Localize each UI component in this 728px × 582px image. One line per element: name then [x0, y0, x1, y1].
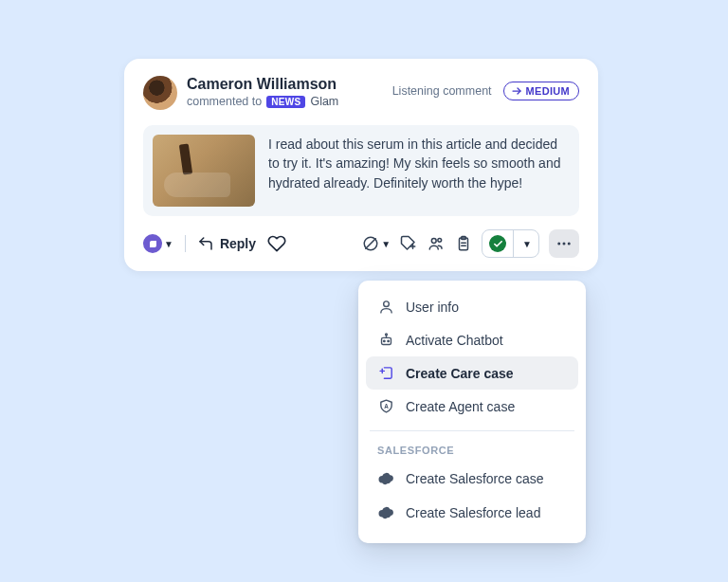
svg-point-12 — [563, 243, 566, 246]
menu-item-create-agent-case[interactable]: A Create Agent case — [366, 390, 578, 423]
check-circle-icon — [489, 235, 506, 252]
salesforce-cloud-icon — [377, 470, 394, 487]
svg-text:A: A — [384, 403, 389, 409]
reply-label: Reply — [220, 236, 256, 251]
author-meta: Cameron Williamson commented to NEWS Gla… — [187, 76, 338, 108]
news-badge: NEWS — [266, 96, 305, 108]
tag-plus-icon — [400, 235, 417, 252]
tag-button[interactable] — [400, 235, 417, 252]
menu-item-label: User info — [406, 300, 459, 315]
menu-divider — [370, 430, 574, 431]
header-left: Cameron Williamson commented to NEWS Gla… — [143, 76, 338, 110]
comment-text: I read about this serum in this article … — [268, 135, 570, 192]
comment-card: Cameron Williamson commented to NEWS Gla… — [124, 59, 598, 271]
action-right: ▼ ▼ — [362, 229, 579, 258]
svg-point-11 — [557, 243, 560, 246]
heart-icon — [267, 234, 286, 253]
priority-pill[interactable]: MEDIUM — [503, 82, 579, 100]
menu-item-label: Create Salesforce case — [406, 471, 544, 486]
menu-item-label: Create Care case — [406, 366, 514, 381]
menu-item-label: Create Salesforce lead — [406, 505, 540, 520]
chevron-down-icon: ▼ — [164, 239, 173, 249]
svg-point-17 — [387, 340, 388, 341]
chevron-down-icon: ▼ — [381, 239, 391, 249]
svg-point-6 — [438, 238, 442, 242]
author-subline: commented to NEWS Glam — [187, 95, 338, 108]
brand-selector[interactable]: ▼ — [143, 234, 173, 253]
source-name[interactable]: Glam — [310, 95, 338, 108]
author-avatar[interactable] — [143, 76, 177, 110]
more-actions-menu: User info Activate Chatbot Create Care c… — [358, 281, 586, 543]
circle-slash-icon — [362, 235, 379, 252]
dots-horizontal-icon — [555, 235, 573, 252]
svg-point-13 — [568, 243, 571, 246]
commented-to-label: commented to — [187, 95, 262, 108]
menu-item-sf-case[interactable]: Create Salesforce case — [366, 462, 578, 496]
more-actions-button[interactable] — [549, 229, 579, 258]
brand-icon — [143, 234, 162, 253]
salesforce-cloud-icon — [377, 504, 394, 521]
priority-label: MEDIUM — [526, 85, 570, 97]
header-right: Listening comment MEDIUM — [392, 76, 579, 100]
comment-body: I read about this serum in this article … — [143, 125, 579, 216]
clipboard-button[interactable] — [455, 235, 472, 252]
action-row: ▼ Reply ▼ — [143, 229, 579, 258]
approve-split-button: ▼ — [482, 229, 539, 258]
menu-item-sf-lead[interactable]: Create Salesforce lead — [366, 496, 578, 530]
svg-point-14 — [383, 301, 389, 307]
card-header: Cameron Williamson commented to NEWS Gla… — [143, 76, 579, 110]
shield-a-icon: A — [377, 398, 394, 414]
svg-point-16 — [383, 340, 384, 341]
assign-button[interactable] — [427, 235, 446, 252]
user-icon — [377, 299, 394, 315]
mute-button[interactable]: ▼ — [362, 235, 391, 252]
reply-arrow-icon — [197, 235, 214, 252]
reply-button[interactable]: Reply — [197, 235, 256, 252]
menu-item-label: Activate Chatbot — [406, 333, 503, 348]
approve-button[interactable] — [482, 230, 513, 257]
listening-label: Listening comment — [392, 84, 492, 98]
like-button[interactable] — [267, 234, 286, 253]
case-plus-icon — [377, 365, 394, 381]
approve-dropdown-button[interactable]: ▼ — [513, 230, 538, 257]
svg-line-2 — [366, 239, 376, 249]
menu-item-create-care-case[interactable]: Create Care case — [366, 356, 578, 390]
svg-point-5 — [431, 239, 436, 244]
menu-section-heading: SALESFORCE — [366, 439, 578, 462]
menu-item-activate-chatbot[interactable]: Activate Chatbot — [366, 323, 578, 356]
bot-icon — [377, 332, 394, 348]
menu-item-user-info[interactable]: User info — [366, 290, 578, 323]
comment-thumbnail[interactable] — [153, 135, 255, 207]
people-icon — [427, 235, 446, 252]
clipboard-icon — [455, 235, 472, 252]
author-name[interactable]: Cameron Williamson — [187, 76, 338, 93]
menu-item-label: Create Agent case — [406, 399, 515, 414]
divider — [185, 235, 186, 252]
arrow-right-icon — [511, 85, 522, 97]
action-left: ▼ Reply — [143, 234, 286, 253]
chevron-down-icon: ▼ — [522, 239, 532, 249]
